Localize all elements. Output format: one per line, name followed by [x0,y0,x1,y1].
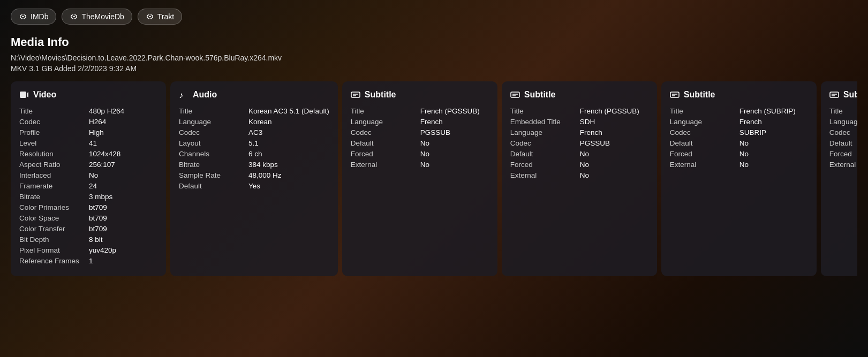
imdb-label: IMDb [31,12,48,21]
card-row-0-8: Bitrate 3 mbps [19,193,157,201]
svg-rect-12 [830,92,839,97]
trakt-label: Trakt [157,12,174,21]
subtitle-card-icon-3 [510,90,520,100]
card-row-3-6: External No [510,171,648,179]
card-label-5-5: External [829,161,857,169]
card-label-0-13: Pixel Format [19,246,89,254]
card-label-2-4: Forced [351,150,420,158]
card-label-0-2: Profile [19,128,89,136]
card-row-0-6: Interlaced No [19,171,157,179]
card-row-3-4: Default No [510,150,648,158]
svg-marker-1 [27,92,28,97]
card-value-1-6: 48,000 Hz [248,171,282,179]
file-meta: MKV 3.1 GB Added 2/2/2023 9:32 AM [11,64,857,73]
card-subtitle-2: Subtitle Title French (PGSSUB) Language … [342,81,497,276]
card-label-3-1: Embedded Title [510,118,580,126]
card-label-4-5: External [670,161,739,169]
card-value-1-2: AC3 [248,128,262,136]
card-label-1-4: Channels [179,150,248,158]
link-icon-trakt [146,12,154,21]
card-label-0-11: Color Transfer [19,225,89,233]
card-value-1-3: 5.1 [248,139,259,147]
card-row-2-5: External No [351,161,489,169]
card-label-3-3: Codec [510,139,580,147]
card-row-5-1: Language ... [829,118,857,126]
card-row-1-5: Bitrate 384 kbps [179,161,329,169]
card-value-0-12: 8 bit [89,236,103,244]
card-value-0-3: 41 [89,139,97,147]
card-value-1-7: Yes [248,182,260,190]
card-value-4-5: No [739,161,749,169]
card-label-2-2: Codec [351,128,420,136]
card-row-4-5: External No [670,161,808,169]
card-value-2-4: No [420,150,429,158]
svg-rect-3 [351,92,360,97]
card-header-1: ♪ Audio [179,90,329,100]
card-row-0-9: Color Primaries bt709 [19,203,157,211]
card-label-5-4: Forced [829,150,857,158]
card-label-2-3: Default [351,139,420,147]
card-title-0: Video [33,90,56,100]
card-header-5: Subtitle [829,90,857,100]
card-row-1-0: Title Korean AC3 5.1 (Default) [179,107,329,115]
card-row-5-5: External ... [829,161,857,169]
card-label-0-1: Codec [19,118,89,126]
card-row-3-5: Forced No [510,161,648,169]
card-value-3-4: No [580,150,589,158]
card-row-4-0: Title French (SUBRIP) [670,107,808,115]
card-row-2-1: Language French [351,118,489,126]
card-row-0-4: Resolution 1024x428 [19,150,157,158]
card-header-3: Subtitle [510,90,648,100]
card-value-4-1: French [739,118,762,126]
card-row-0-12: Bit Depth 8 bit [19,236,157,244]
card-value-4-3: No [739,139,749,147]
card-row-5-3: Default ... [829,139,857,147]
card-label-0-7: Framerate [19,182,89,190]
svg-rect-0 [20,92,26,98]
card-label-5-0: Title [829,107,857,115]
card-value-0-8: 3 mbps [89,193,112,201]
card-value-3-2: French [580,128,602,136]
card-value-0-1: H264 [89,118,106,126]
card-row-2-4: Forced No [351,150,489,158]
card-row-0-11: Color Transfer bt709 [19,225,157,233]
themoviedb-label: TheMovieDb [81,12,124,21]
card-row-3-0: Title French (PGSSUB) [510,107,648,115]
card-title-2: Subtitle [365,90,396,100]
card-label-0-9: Color Primaries [19,203,89,211]
card-header-0: Video [19,90,157,100]
card-value-2-3: No [420,139,429,147]
card-row-3-1: Embedded Title SDH [510,118,648,126]
card-row-0-0: Title 480p H264 [19,107,157,115]
card-label-0-3: Level [19,139,89,147]
card-label-1-3: Layout [179,139,248,147]
card-row-0-3: Level 41 [19,139,157,147]
card-value-0-0: 480p H264 [89,107,124,115]
svg-rect-9 [670,92,679,97]
card-label-3-6: External [510,171,580,179]
card-header-4: Subtitle [670,90,808,100]
themoviedb-button[interactable]: TheMovieDb [62,9,132,25]
card-label-0-6: Interlaced [19,171,89,179]
trakt-button[interactable]: Trakt [138,9,182,25]
card-subtitle-5: Subtitle Title ... Language ... Codec ..… [821,81,857,276]
link-icon-tmdb [70,12,78,21]
card-value-2-1: French [420,118,443,126]
card-subtitle-4: Subtitle Title French (SUBRIP) Language … [661,81,817,276]
imdb-button[interactable]: IMDb [11,9,56,25]
card-label-2-5: External [351,161,420,169]
card-row-2-2: Codec PGSSUB [351,128,489,136]
card-label-0-14: Reference Frames [19,257,89,265]
file-path: N:\Video\Movies\Decision.to.Leave.2022.P… [11,54,857,62]
card-row-1-2: Codec AC3 [179,128,329,136]
subtitle-card-icon-5 [829,90,839,100]
card-row-4-1: Language French [670,118,808,126]
card-label-0-5: Aspect Ratio [19,161,89,169]
card-label-4-4: Forced [670,150,739,158]
card-value-2-5: No [420,161,429,169]
card-label-4-0: Title [670,107,739,115]
card-label-0-12: Bit Depth [19,236,89,244]
svg-text:♪: ♪ [179,90,183,100]
card-video-0: Video Title 480p H264 Codec H264 Profile… [11,81,166,276]
card-label-5-3: Default [829,139,857,147]
